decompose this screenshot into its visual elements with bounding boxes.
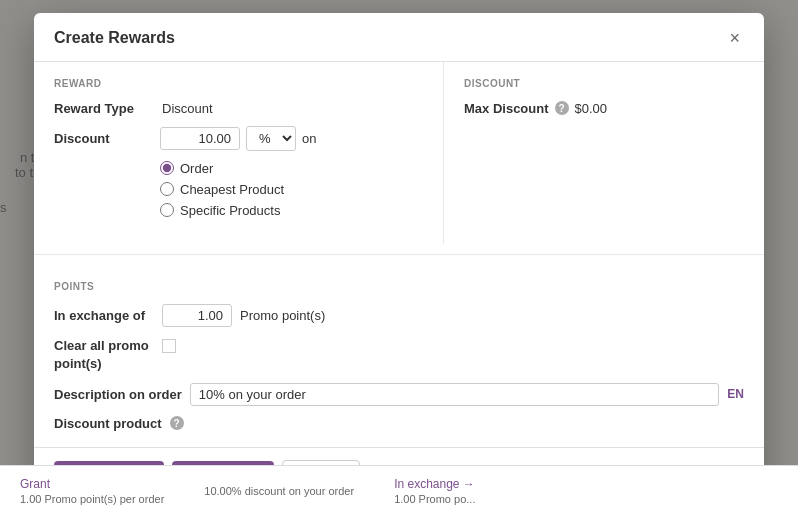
description-label: Description on order <box>54 387 182 402</box>
discount-input-row: Discount % on <box>54 126 423 151</box>
discount-target-radio-group: Order Cheapest Product Specific Products <box>160 161 423 218</box>
discount-number-input[interactable] <box>160 127 240 150</box>
discount-product-row: Discount product ? <box>54 416 744 431</box>
bottom-bar: Grant 1.00 Promo point(s) per order 10.0… <box>0 465 798 515</box>
points-section: POINTS In exchange of Promo point(s) Cle… <box>34 265 764 447</box>
exchange-row: In exchange of Promo point(s) <box>54 304 744 327</box>
radio-order-label: Order <box>180 161 213 176</box>
points-section-label: POINTS <box>54 281 744 292</box>
reward-discount-columns: REWARD Reward Type Discount Discount % o… <box>34 62 764 244</box>
modal-body: REWARD Reward Type Discount Discount % o… <box>34 62 764 447</box>
exchange-label: In exchange of <box>54 308 154 323</box>
reward-section-label: REWARD <box>54 78 423 89</box>
radio-cheapest-input[interactable] <box>160 182 174 196</box>
radio-specific-label: Specific Products <box>180 203 280 218</box>
bottom-col-grant: Grant 1.00 Promo point(s) per order <box>20 477 164 505</box>
max-discount-help-icon[interactable]: ? <box>555 101 569 115</box>
clear-promo-row: Clear all promopoint(s) <box>54 337 744 373</box>
exchange-link[interactable]: In exchange → <box>394 477 475 491</box>
reward-type-label: Reward Type <box>54 101 154 116</box>
discount-on-label: on <box>302 131 316 146</box>
discount-unit-select[interactable]: % <box>246 126 296 151</box>
radio-specific-input[interactable] <box>160 203 174 217</box>
grant-text: 1.00 Promo point(s) per order <box>20 493 164 505</box>
grant-link[interactable]: Grant <box>20 477 164 491</box>
modal-overlay: Create Rewards × REWARD Reward Type Disc… <box>0 0 798 515</box>
reward-column: REWARD Reward Type Discount Discount % o… <box>34 62 444 244</box>
exchange-unit-label: Promo point(s) <box>240 308 325 323</box>
modal-title: Create Rewards <box>54 29 175 47</box>
section-divider <box>34 254 764 255</box>
max-discount-value: $0.00 <box>575 101 608 116</box>
create-rewards-modal: Create Rewards × REWARD Reward Type Disc… <box>34 13 764 503</box>
en-locale-badge[interactable]: EN <box>727 387 744 401</box>
description-input[interactable] <box>190 383 719 406</box>
modal-close-button[interactable]: × <box>725 27 744 49</box>
clear-promo-label: Clear all promopoint(s) <box>54 337 154 373</box>
description-row: Description on order EN <box>54 383 744 406</box>
radio-order-input[interactable] <box>160 161 174 175</box>
reward-type-value: Discount <box>162 101 213 116</box>
discount-section-label: DISCOUNT <box>464 78 744 89</box>
clear-promo-checkbox[interactable] <box>162 339 176 353</box>
discount-label: Discount <box>54 131 154 146</box>
discount-bar-text: 10.00% discount on your order <box>204 485 354 497</box>
reward-type-row: Reward Type Discount <box>54 101 423 116</box>
discount-product-help-icon[interactable]: ? <box>170 416 184 430</box>
exchange-text: 1.00 Promo po... <box>394 493 475 505</box>
radio-cheapest[interactable]: Cheapest Product <box>160 182 423 197</box>
max-discount-row: Max Discount ? $0.00 <box>464 101 744 116</box>
bottom-col-exchange: In exchange → 1.00 Promo po... <box>394 477 475 505</box>
modal-header: Create Rewards × <box>34 13 764 62</box>
radio-order[interactable]: Order <box>160 161 423 176</box>
exchange-number-input[interactable] <box>162 304 232 327</box>
radio-specific[interactable]: Specific Products <box>160 203 423 218</box>
max-discount-label: Max Discount <box>464 101 549 116</box>
bottom-col-discount: 10.00% discount on your order <box>204 485 354 497</box>
discount-column: DISCOUNT Max Discount ? $0.00 <box>444 62 764 244</box>
radio-cheapest-label: Cheapest Product <box>180 182 284 197</box>
discount-product-label: Discount product <box>54 416 162 431</box>
